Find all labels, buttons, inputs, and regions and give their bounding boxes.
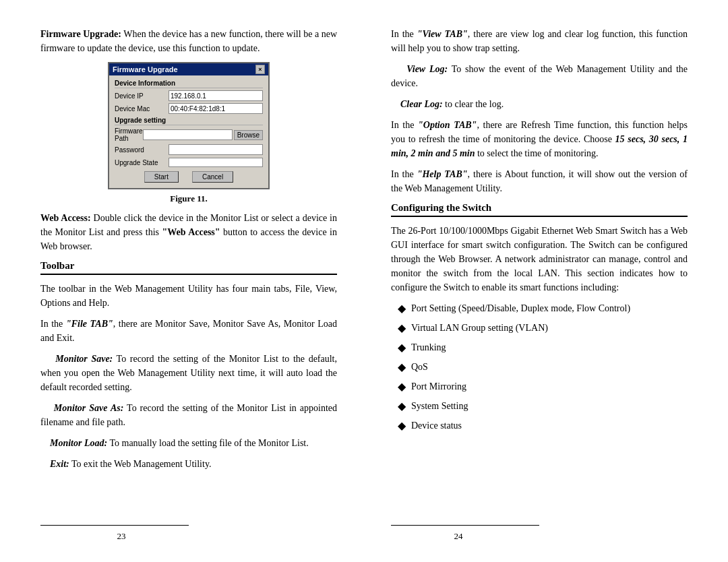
dialog-body: Device Information Device IP Device Mac …: [109, 75, 268, 188]
bullet-diamond-icon: ◆: [398, 301, 406, 317]
web-access-bold: Web Access:: [40, 213, 91, 223]
option-tab-bold: "Option TAB": [418, 120, 477, 130]
left-column: Firmware Upgrade: When the device has a …: [0, 20, 364, 549]
device-ip-row: Device IP: [115, 90, 263, 101]
help-tab-prefix: In the: [391, 169, 417, 179]
device-ip-input[interactable]: [169, 90, 263, 101]
device-mac-label: Device Mac: [115, 105, 169, 113]
help-tab-bold: "Help TAB": [417, 169, 468, 179]
device-mac-input[interactable]: [169, 103, 263, 114]
list-item: ◆Device status: [398, 418, 688, 434]
view-tab-para: In the "View TAB", there are view log an…: [391, 27, 688, 55]
device-info-label: Device Information: [115, 80, 263, 88]
firmware-path-label: Firmware Path: [115, 127, 143, 142]
firmware-upgrade-para: Firmware Upgrade: When the device has a …: [40, 27, 337, 55]
browse-button[interactable]: Browse: [234, 130, 263, 140]
right-page-number: 24: [454, 531, 463, 541]
bullet-diamond-icon: ◆: [398, 379, 406, 395]
clear-log-para: Clear Log: to clear the log.: [391, 97, 688, 111]
bullet-diamond-icon: ◆: [398, 359, 406, 375]
list-item-text: Port Mirroring: [411, 379, 466, 394]
view-tab-prefix: In the: [391, 29, 417, 39]
configuring-intro: The 26-Port 10/100/1000Mbps Gigabit Ethe…: [391, 224, 688, 294]
list-item-text: Trunking: [411, 340, 446, 354]
web-access-para: Web Access: Double click the device in t…: [40, 211, 337, 253]
file-tab-prefix: In the: [40, 319, 66, 329]
help-tab-para: In the "Help TAB", there is About functi…: [391, 167, 688, 195]
password-input[interactable]: [169, 144, 263, 155]
list-item: ◆System Setting: [398, 399, 688, 414]
firmware-path-input[interactable]: [143, 129, 233, 140]
bullet-diamond-icon: ◆: [398, 418, 406, 434]
list-item: ◆Port Setting (Speed/Disable, Duplex mod…: [398, 301, 688, 317]
firmware-upgrade-bold: Firmware Upgrade:: [40, 29, 121, 39]
bullet-diamond-icon: ◆: [398, 320, 406, 336]
features-list: ◆Port Setting (Speed/Disable, Duplex mod…: [391, 301, 688, 434]
dialog-wrapper: Firmware Upgrade × Device Information De…: [40, 62, 337, 189]
list-item-text: Virtual LAN Group setting (VLAN): [411, 321, 548, 335]
monitor-save-para: Monitor Save: To record the setting of t…: [40, 352, 337, 394]
dialog-close-button[interactable]: ×: [255, 65, 265, 74]
monitor-save-as-bold: Monitor Save As:: [54, 403, 124, 413]
exit-para: Exit: To exit the Web Management Utility…: [40, 457, 337, 471]
list-item: ◆Trunking: [398, 340, 688, 356]
dialog-title-bar: Firmware Upgrade ×: [109, 63, 268, 75]
list-item-text: Device status: [411, 418, 462, 433]
option-tab-para: In the "Option TAB", there are Refresh T…: [391, 118, 688, 160]
upgrade-state-bar: [169, 158, 263, 167]
upgrade-state-label: Upgrade State: [115, 159, 169, 166]
web-access-quoted: "Web Access": [162, 227, 220, 237]
configuring-header: Configuring the Switch: [391, 202, 688, 217]
clear-log-text: to clear the log.: [443, 99, 504, 109]
dialog-title: Firmware Upgrade: [113, 65, 178, 73]
list-item: ◆Virtual LAN Group setting (VLAN): [398, 321, 688, 336]
view-tab-bold: "View TAB": [417, 29, 468, 39]
list-item-text: QoS: [411, 360, 428, 374]
option-tab-text2: to select the time of monitoring.: [475, 148, 598, 158]
firmware-upgrade-dialog: Firmware Upgrade × Device Information De…: [108, 62, 270, 189]
list-item: ◆Port Mirroring: [398, 379, 688, 395]
monitor-save-as-para: Monitor Save As: To record the setting o…: [40, 401, 337, 429]
list-item-text: Port Setting (Speed/Disable, Duplex mode…: [411, 301, 630, 315]
bullet-diamond-icon: ◆: [398, 398, 406, 414]
file-tab-bold: "File TAB": [66, 319, 113, 329]
view-log-bold: View Log:: [406, 64, 448, 74]
option-tab-prefix: In the: [391, 120, 418, 130]
left-footer: 23: [40, 525, 189, 542]
toolbar-intro: The toolbar in the Web Management Utilit…: [40, 282, 337, 310]
dialog-buttons: Start Cancel: [115, 171, 263, 183]
exit-text: To exit the Web Management Utility.: [69, 459, 212, 469]
monitor-load-para: Monitor Load: To manually load the setti…: [40, 436, 337, 450]
password-label: Password: [115, 146, 169, 154]
list-item: ◆QoS: [398, 360, 688, 375]
view-log-para: View Log: To show the event of the Web M…: [391, 62, 688, 90]
right-footer: 24: [391, 525, 539, 542]
password-row: Password: [115, 144, 263, 155]
upgrade-setting-label: Upgrade setting: [115, 117, 263, 125]
figure-caption: Figure 11.: [40, 193, 337, 204]
upgrade-state-row: Upgrade State: [115, 158, 263, 167]
device-mac-row: Device Mac: [115, 103, 263, 114]
cancel-button[interactable]: Cancel: [192, 171, 233, 183]
bullet-diamond-icon: ◆: [398, 340, 406, 356]
monitor-load-bold: Monitor Load:: [50, 438, 107, 448]
list-item-text: System Setting: [411, 399, 468, 413]
right-column: In the "View TAB", there are view log an…: [364, 20, 728, 549]
monitor-load-text: To manually load the setting file of the…: [107, 438, 309, 448]
toolbar-header: Toolbar: [40, 260, 337, 275]
device-ip-label: Device IP: [115, 92, 169, 100]
exit-bold: Exit:: [50, 459, 69, 469]
file-tab-para: In the "File TAB", there are Monitor Sav…: [40, 317, 337, 345]
start-button[interactable]: Start: [144, 171, 179, 183]
monitor-save-bold: Monitor Save:: [55, 354, 113, 364]
firmware-path-row: Firmware Path Browse: [115, 127, 263, 142]
clear-log-bold: Clear Log:: [400, 99, 443, 109]
left-page-number: 23: [117, 531, 126, 541]
